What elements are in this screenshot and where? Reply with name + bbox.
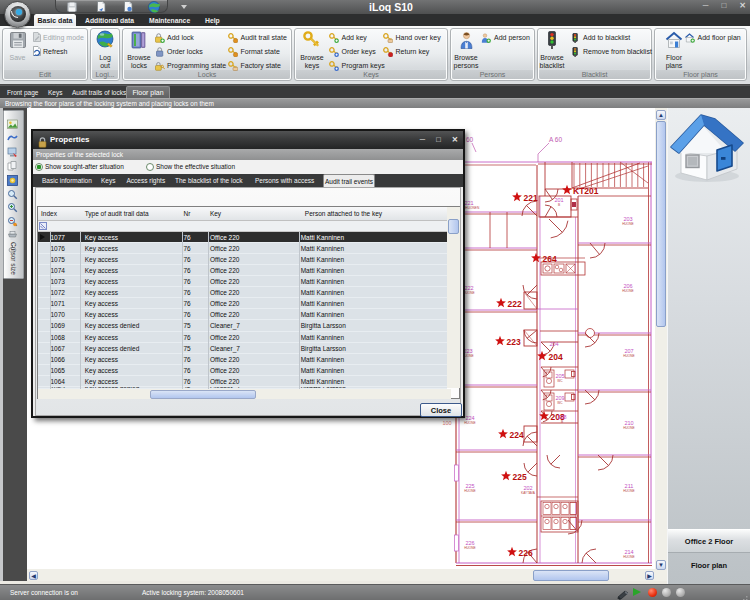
svg-text:264: 264 — [543, 254, 557, 264]
svg-text:WC: WC — [557, 401, 563, 405]
svg-text:221: 221 — [524, 193, 538, 203]
svg-text:204: 204 — [549, 341, 558, 347]
svg-text:KT201: KT201 — [573, 186, 599, 196]
svg-text:HUONE: HUONE — [623, 426, 635, 430]
svg-text:HUONE: HUONE — [464, 421, 476, 425]
svg-text:HUONE: HUONE — [623, 354, 635, 358]
svg-text:223: 223 — [507, 337, 521, 347]
svg-text:HUONE: HUONE — [622, 289, 634, 293]
svg-text:B: B — [558, 203, 560, 207]
svg-text:224: 224 — [510, 430, 524, 440]
svg-text:B: B — [561, 420, 563, 424]
svg-text:HUONE: HUONE — [464, 546, 476, 550]
svg-text:KAYTAVA: KAYTAVA — [521, 491, 536, 495]
svg-text:HUONE: HUONE — [622, 222, 634, 226]
svg-text:226: 226 — [519, 548, 533, 558]
svg-text:WC: WC — [557, 379, 563, 383]
svg-text:100: 100 — [442, 420, 451, 426]
svg-text:HUONE: HUONE — [464, 489, 476, 493]
svg-text:HUONE: HUONE — [623, 489, 635, 493]
svg-text:222: 222 — [508, 299, 522, 309]
svg-text:60: 60 — [466, 136, 474, 143]
svg-text:204: 204 — [549, 352, 563, 362]
svg-text:225: 225 — [513, 472, 527, 482]
svg-text:A 60: A 60 — [549, 136, 562, 143]
svg-text:HUONE: HUONE — [623, 555, 635, 559]
